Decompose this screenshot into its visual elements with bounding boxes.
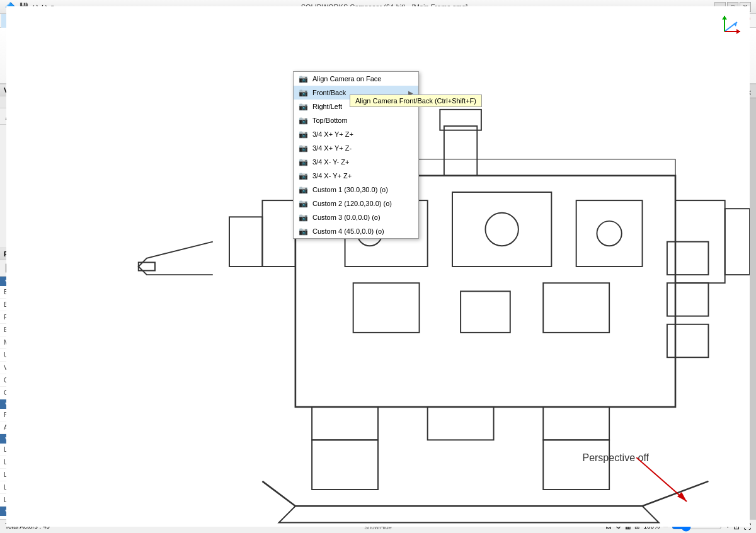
top-bottom-label: Top/Bottom bbox=[312, 117, 348, 124]
dropdown-item-custom4[interactable]: 📷 Custom 4 (45.0,0.0) (o) bbox=[294, 224, 418, 238]
svg-marker-39 bbox=[677, 492, 687, 501]
svg-rect-23 bbox=[353, 283, 420, 333]
dropdown-item-3d-xmypzp[interactable]: 📷 3/4 X- Y+ Z+ bbox=[294, 169, 418, 183]
3d-xpypzm-icon: 📷 bbox=[299, 144, 309, 152]
custom3-label: Custom 3 (0.0,0.0) (o) bbox=[312, 214, 381, 221]
front-back-tooltip: Align Camera Front/Back (Ctrl+Shift+F) bbox=[350, 95, 482, 107]
custom4-label: Custom 4 (45.0,0.0) (o) bbox=[312, 227, 384, 235]
3d-xmypzp-icon: 📷 bbox=[299, 171, 309, 180]
model-viewport[interactable]: Perspective off bbox=[185, 84, 750, 519]
svg-rect-28 bbox=[667, 324, 709, 357]
svg-rect-24 bbox=[461, 291, 510, 333]
3d-xpypzm-label: 3/4 X+ Y+ Z- bbox=[312, 144, 352, 152]
svg-rect-11 bbox=[312, 407, 378, 440]
model-drawing-svg bbox=[185, 84, 750, 519]
svg-rect-17 bbox=[452, 192, 551, 266]
custom1-label: Custom 1 (30.0,30.0) (o) bbox=[312, 186, 388, 193]
front-back-label: Front/Back bbox=[312, 89, 346, 96]
right-left-label: Right/Left bbox=[312, 103, 342, 110]
dropdown-item-3d-xpypzm[interactable]: 📷 3/4 X+ Y+ Z- bbox=[294, 141, 418, 155]
custom2-label: Custom 2 (120.0,30.0) (o) bbox=[312, 200, 392, 207]
right-left-icon: 📷 bbox=[299, 102, 309, 111]
dropdown-item-custom2[interactable]: 📷 Custom 2 (120.0,30.0) (o) bbox=[294, 197, 418, 210]
svg-rect-8 bbox=[725, 209, 750, 275]
dropdown-item-3d-xmymzp[interactable]: 📷 3/4 X- Y- Z+ bbox=[294, 155, 418, 169]
svg-point-20 bbox=[485, 213, 518, 246]
dropdown-item-custom1[interactable]: 📷 Custom 1 (30.0,30.0) (o) bbox=[294, 183, 418, 197]
3d-xmymzp-icon: 📷 bbox=[299, 158, 309, 166]
svg-rect-27 bbox=[667, 283, 709, 316]
perspective-arrow-svg bbox=[636, 457, 712, 508]
3d-xpypzp-icon: 📷 bbox=[299, 130, 309, 139]
svg-rect-9 bbox=[444, 126, 477, 176]
svg-rect-12 bbox=[428, 407, 494, 440]
dropdown-item-custom3[interactable]: 📷 Custom 3 (0.0,0.0) (o) bbox=[294, 210, 418, 224]
svg-rect-26 bbox=[667, 242, 709, 275]
svg-rect-13 bbox=[543, 407, 609, 440]
canvas-background: Perspective off bbox=[185, 84, 750, 519]
align-on-face-icon: 📷 bbox=[299, 74, 309, 83]
svg-rect-5 bbox=[262, 200, 295, 266]
3d-xmymzp-label: 3/4 X- Y- Z+ bbox=[312, 158, 349, 166]
svg-rect-6 bbox=[229, 217, 262, 266]
custom1-icon: 📷 bbox=[299, 185, 309, 194]
dropdown-item-top-bottom[interactable]: 📷 Top/Bottom bbox=[294, 113, 418, 127]
svg-rect-15 bbox=[543, 440, 609, 490]
svg-point-21 bbox=[597, 221, 621, 246]
svg-rect-18 bbox=[576, 200, 643, 266]
svg-rect-14 bbox=[312, 440, 378, 490]
svg-rect-10 bbox=[440, 110, 481, 130]
dropdown-item-align-on-face[interactable]: 📷 Align Camera on Face bbox=[294, 72, 418, 86]
align-on-face-label: Align Camera on Face bbox=[312, 75, 381, 83]
3d-xmypzp-label: 3/4 X- Y+ Z+ bbox=[312, 172, 352, 180]
custom2-icon: 📷 bbox=[299, 199, 309, 208]
dropdown-item-3d-xpypzp[interactable]: 📷 3/4 X+ Y+ Z+ bbox=[294, 127, 418, 141]
top-bottom-icon: 📷 bbox=[299, 116, 309, 125]
content-area: Main Frame.smg ✕ ─ □ ✕ bbox=[185, 84, 756, 519]
custom4-icon: 📷 bbox=[299, 227, 309, 236]
svg-rect-25 bbox=[543, 283, 609, 333]
custom3-icon: 📷 bbox=[299, 213, 309, 222]
3d-xpypzp-label: 3/4 X+ Y+ Z+ bbox=[312, 130, 353, 138]
front-back-icon: 📷 bbox=[299, 88, 309, 97]
